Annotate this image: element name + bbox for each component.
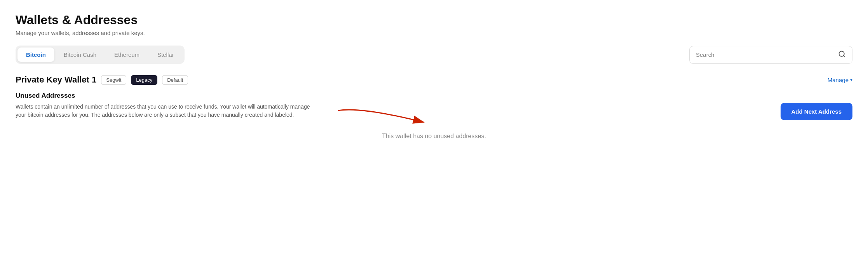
search-container bbox=[689, 46, 852, 64]
search-icon bbox=[838, 50, 846, 60]
unused-desc: Wallets contain an unlimited number of a… bbox=[16, 103, 311, 119]
tab-ethereum[interactable]: Ethereum bbox=[106, 47, 148, 62]
tab-bitcoin-cash[interactable]: Bitcoin Cash bbox=[55, 47, 105, 62]
wallet-title-area: Private Key Wallet 1 Segwit Legacy Defau… bbox=[16, 75, 188, 85]
manage-label: Manage bbox=[828, 77, 849, 83]
unused-section: Unused Addresses Wallets contain an unli… bbox=[16, 92, 852, 120]
wallet-name: Private Key Wallet 1 bbox=[16, 75, 96, 85]
badge-legacy[interactable]: Legacy bbox=[131, 75, 157, 85]
badge-default[interactable]: Default bbox=[162, 75, 188, 85]
unused-content-row: Wallets contain an unlimited number of a… bbox=[16, 103, 852, 120]
tab-stellar[interactable]: Stellar bbox=[149, 47, 183, 62]
tabs-container: Bitcoin Bitcoin Cash Ethereum Stellar bbox=[16, 46, 185, 64]
page-subtitle: Manage your wallets, addresses and priva… bbox=[16, 30, 852, 36]
search-input[interactable] bbox=[696, 51, 838, 58]
badge-segwit[interactable]: Segwit bbox=[101, 75, 126, 85]
empty-state-message: This wallet has no unused addresses. bbox=[16, 133, 852, 148]
wallet-header: Private Key Wallet 1 Segwit Legacy Defau… bbox=[16, 75, 852, 85]
svg-line-1 bbox=[844, 56, 845, 57]
tab-bitcoin[interactable]: Bitcoin bbox=[17, 47, 54, 62]
page-title: Wallets & Addresses bbox=[16, 12, 852, 27]
unused-addresses-title: Unused Addresses bbox=[16, 92, 852, 100]
chevron-down-icon: ▾ bbox=[850, 77, 852, 83]
red-arrow-annotation bbox=[330, 107, 431, 130]
add-next-address-button[interactable]: Add Next Address bbox=[781, 103, 852, 120]
wallet-section: Private Key Wallet 1 Segwit Legacy Defau… bbox=[16, 75, 852, 120]
manage-link[interactable]: Manage ▾ bbox=[828, 77, 852, 83]
